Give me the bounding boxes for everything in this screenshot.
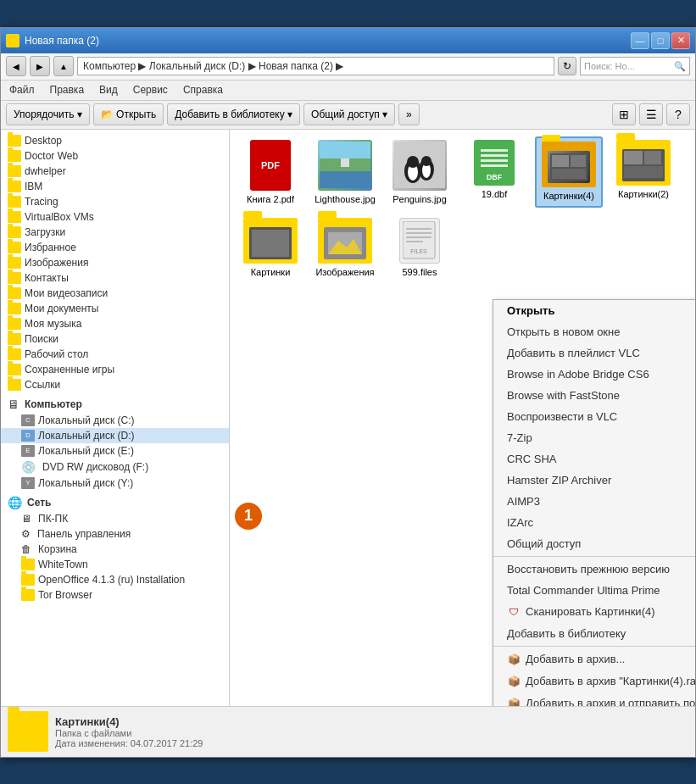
menu-edit[interactable]: Правка: [47, 82, 88, 97]
sidebar-item-dwhelper[interactable]: dwhelper: [1, 164, 229, 179]
ctx-7zip[interactable]: 7-Zip ▶: [493, 427, 695, 448]
sidebar-item-pcpc[interactable]: 🖥 ПК-ПК: [1, 511, 229, 526]
sidebar-item-whitetown[interactable]: WhiteTown: [1, 557, 229, 572]
file-item-kartinki2[interactable]: Картинки(2): [610, 136, 677, 208]
sidebar-item-music[interactable]: Моя музыка: [1, 316, 229, 331]
folder-icon: [8, 196, 21, 208]
shield-icon: 🛡: [507, 605, 521, 619]
svg-point-12: [421, 156, 432, 166]
open-button[interactable]: 📂 Открыть: [93, 103, 164, 125]
folder-large-izobrajeniya: [318, 218, 372, 264]
folder-icon: [21, 574, 35, 586]
sidebar-label-virtualbox: VirtualBox VMs: [25, 211, 94, 223]
file-item-izobrajeniya[interactable]: Изображения: [311, 214, 379, 281]
sidebar-item-drive-c[interactable]: C Локальный диск (C:): [1, 413, 229, 428]
file-item-lighthouse[interactable]: Lighthouse.jpg: [311, 136, 379, 208]
sidebar-item-virtualbox[interactable]: VirtualBox VMs: [1, 209, 229, 225]
sidebar-section-computer[interactable]: 🖥 Компьютер: [1, 396, 229, 413]
sidebar-item-openoffice[interactable]: OpenOffice 4.1.3 (ru) Installation: [1, 572, 229, 587]
sidebar-item-savedgames[interactable]: Сохраненные игры: [1, 362, 229, 377]
maximize-button[interactable]: □: [651, 32, 670, 49]
file-item-599[interactable]: FILES 599.files: [386, 214, 454, 281]
refresh-button[interactable]: ↻: [558, 57, 576, 75]
ctx-add-archive[interactable]: 📦 Добавить в архив...: [493, 648, 695, 670]
file-item-pdf[interactable]: Книга 2.pdf: [237, 136, 304, 208]
folder-icon: [21, 559, 35, 570]
sidebar-item-desktop[interactable]: Desktop: [1, 133, 229, 148]
address-path[interactable]: Компьютер ▶ Локальный диск (D:) ▶ Новая …: [77, 57, 554, 75]
ctx-hamster[interactable]: Hamster ZIP Archiver ▶: [493, 470, 695, 491]
sidebar-item-search[interactable]: Поиски: [1, 331, 229, 347]
help-button[interactable]: ?: [666, 103, 690, 125]
file-label-dbf: 19.dbf: [482, 189, 508, 199]
ctx-browse-adobe[interactable]: Browse in Adobe Bridge CS6: [493, 364, 695, 385]
organize-button[interactable]: Упорядочить ▾: [6, 103, 90, 125]
svg-point-9: [407, 156, 419, 168]
ctx-open-new-window[interactable]: Открыть в новом окне: [493, 321, 695, 342]
drive-icon: C: [21, 414, 35, 426]
sidebar-label-network: Сеть: [27, 497, 51, 509]
ctx-crcsha[interactable]: CRC SHA ▶: [493, 448, 695, 470]
sidebar-item-dvd-f[interactable]: 💿 DVD RW дисковод (F:): [1, 459, 229, 475]
view-list-button[interactable]: ☰: [639, 103, 663, 125]
sidebar-item-docs[interactable]: Мои документы: [1, 301, 229, 316]
sidebar-item-ibm[interactable]: IBM: [1, 179, 229, 194]
sidebar-item-links[interactable]: Ссылки: [1, 377, 229, 392]
sidebar-item-contacts[interactable]: Контакты: [1, 270, 229, 286]
sidebar-item-favorites[interactable]: Избранное: [1, 240, 229, 255]
forward-button[interactable]: ▶: [30, 56, 50, 76]
ctx-scan[interactable]: 🛡 Сканировать Картинки(4): [493, 601, 695, 623]
menu-view[interactable]: Вид: [96, 82, 121, 97]
sidebar-item-tracing[interactable]: Tracing: [1, 194, 229, 209]
sidebar-item-desktop2[interactable]: Рабочий стол: [1, 347, 229, 362]
sidebar-label-drive-y: Локальный диск (Y:): [38, 477, 133, 489]
ctx-add-archive-email[interactable]: 📦 Добавить в архив и отправить по e-mail…: [493, 692, 695, 706]
sidebar-item-controlpanel[interactable]: ⚙ Панель управления: [1, 526, 229, 542]
menu-service[interactable]: Сервис: [130, 82, 171, 97]
ctx-total-commander[interactable]: Total Commander Ultima Prime: [493, 580, 695, 601]
share-button[interactable]: Общий доступ ▾: [303, 103, 395, 125]
sidebar-item-downloads[interactable]: Загрузки: [1, 225, 229, 240]
minimize-button[interactable]: —: [631, 32, 649, 49]
sidebar-label-drive-d: Локальный диск (D:): [38, 430, 135, 442]
search-placeholder: Поиск: Но...: [584, 61, 635, 71]
ctx-restore-version[interactable]: Восстановить прежнюю версию: [493, 559, 695, 580]
folder-icon: [8, 211, 21, 223]
file-item-penguins[interactable]: Penguins.jpg: [386, 136, 454, 208]
file-item-dbf[interactable]: DBF 19.dbf: [460, 136, 528, 208]
up-button[interactable]: ▲: [53, 56, 74, 76]
sidebar-item-torbrowser[interactable]: Tor Browser: [1, 587, 229, 603]
menu-help[interactable]: Справка: [180, 82, 226, 97]
svg-rect-15: [481, 154, 508, 157]
sidebar-section-network[interactable]: 🌐 Сеть: [1, 494, 229, 511]
sidebar-item-images[interactable]: Изображения: [1, 255, 229, 270]
ctx-add-archive-rar[interactable]: 📦 Добавить в архив "Картинки(4).rar": [493, 670, 695, 692]
file-item-kartinki4[interactable]: Картинки(4): [535, 136, 603, 208]
sidebar-item-drive-e[interactable]: E Локальный диск (E:): [1, 443, 229, 459]
sidebar-item-doctorweb[interactable]: Doctor Web: [1, 148, 229, 164]
folder-icon: [8, 379, 21, 391]
ctx-add-library[interactable]: Добавить в библиотеку ▶: [493, 623, 695, 644]
search-box[interactable]: Поиск: Но... 🔍: [580, 57, 690, 75]
menu-file[interactable]: Файл: [6, 82, 38, 97]
sidebar-item-trash[interactable]: 🗑 Корзина: [1, 542, 229, 557]
sidebar-item-drive-y[interactable]: Y Локальный диск (Y:): [1, 475, 229, 491]
ctx-play-vlc[interactable]: Воспроизвести в VLC: [493, 406, 695, 427]
ctx-browse-faststone[interactable]: Browse with FastStone: [493, 385, 695, 406]
file-label-599: 599.files: [403, 267, 437, 277]
ctx-share[interactable]: Общий доступ ▶: [493, 533, 695, 554]
ctx-aimp3[interactable]: AIMP3 ▶: [493, 491, 695, 512]
ctx-add-vlc-playlist[interactable]: Добавить в плейлист VLC: [493, 342, 695, 364]
sidebar-item-drive-d[interactable]: D Локальный диск (D:): [1, 428, 229, 443]
ctx-izarc[interactable]: IZArc ▶: [493, 512, 695, 533]
more-button[interactable]: »: [398, 103, 420, 125]
file-item-kartinki[interactable]: Картинки: [237, 214, 304, 281]
view-grid-button[interactable]: ⊞: [612, 103, 636, 125]
close-button[interactable]: ✕: [671, 32, 690, 49]
add-library-button[interactable]: Добавить в библиотеку ▾: [167, 103, 300, 125]
back-button[interactable]: ◀: [6, 56, 26, 76]
ctx-open[interactable]: Открыть: [493, 300, 695, 321]
toolbar: Упорядочить ▾ 📂 Открыть Добавить в библи…: [1, 101, 695, 130]
sidebar-item-videos[interactable]: Мои видеозаписи: [1, 286, 229, 301]
sidebar-label-tracing: Tracing: [25, 196, 58, 208]
